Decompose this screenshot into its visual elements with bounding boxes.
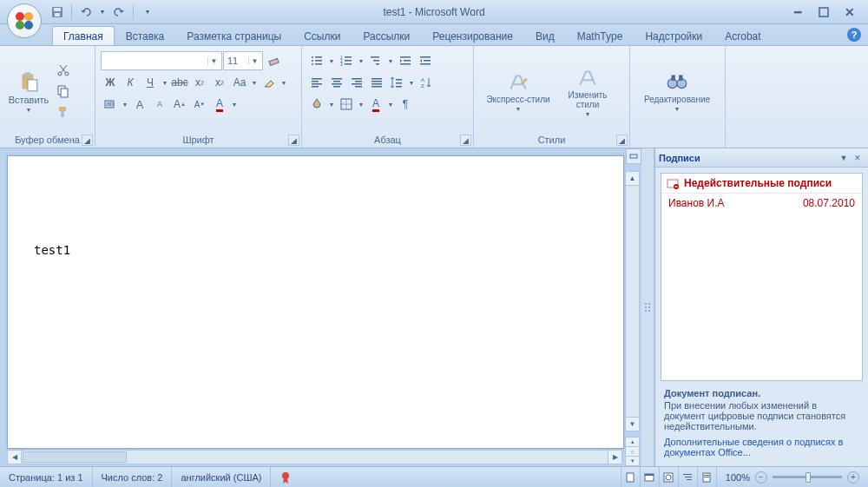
paste-button[interactable]: Вставить ▼ <box>5 49 52 133</box>
draft-view[interactable] <box>697 467 716 487</box>
text-effects-button[interactable]: ab <box>101 95 120 114</box>
italic-button[interactable]: К <box>121 73 140 92</box>
subscript-button[interactable]: x2 <box>190 73 209 92</box>
office-button[interactable] <box>7 3 42 38</box>
print-layout-view[interactable] <box>621 467 640 487</box>
tab-acrobat[interactable]: Acrobat <box>713 26 772 45</box>
shrink-size-button[interactable]: A▼ <box>190 95 209 114</box>
change-case-button[interactable]: Aa <box>230 73 249 92</box>
pane-resize-grip[interactable] <box>641 148 654 466</box>
minimize-button[interactable]: ━ <box>790 4 806 20</box>
scroll-left-button[interactable]: ◀ <box>8 451 22 464</box>
bullets-dropdown[interactable]: ▼ <box>327 51 336 70</box>
styles-launcher[interactable]: ◢ <box>616 135 628 146</box>
ruler-toggle[interactable] <box>626 148 641 164</box>
undo-dropdown[interactable]: ▼ <box>98 3 107 21</box>
tab-view[interactable]: Вид <box>524 26 566 45</box>
zoom-level[interactable]: 100% <box>726 472 750 483</box>
scroll-right-button[interactable]: ▶ <box>608 451 621 464</box>
superscript-button[interactable]: x2 <box>210 73 229 92</box>
quick-styles-button[interactable]: Экспресс-стили ▼ <box>479 49 557 133</box>
scroll-thumb[interactable] <box>23 451 127 463</box>
increase-indent-button[interactable] <box>416 51 435 70</box>
clear-formatting-button[interactable] <box>264 51 283 70</box>
align-left-button[interactable] <box>307 73 326 92</box>
status-page[interactable]: Страница: 1 из 1 <box>0 467 93 487</box>
scroll-up-button[interactable]: ▲ <box>626 172 639 186</box>
font-size-combo[interactable]: ▼ <box>223 51 263 70</box>
font-name-combo[interactable]: ▼ <box>101 51 222 70</box>
outline-view[interactable] <box>678 467 697 487</box>
signatures-more-link[interactable]: Дополнительные сведения о подписях в док… <box>664 437 859 457</box>
tab-mailings[interactable]: Рассылки <box>352 26 421 45</box>
font-size-input[interactable] <box>224 56 248 66</box>
grow-size-button[interactable]: A▲ <box>170 95 189 114</box>
underline-dropdown[interactable]: ▼ <box>161 73 169 92</box>
zoom-in-button[interactable]: + <box>847 471 859 484</box>
highlight-button[interactable] <box>260 73 279 92</box>
status-word-count[interactable]: Число слов: 2 <box>93 467 173 487</box>
align-center-button[interactable] <box>327 73 346 92</box>
document-text[interactable]: test1 <box>8 156 623 344</box>
text-effects-dropdown[interactable]: ▼ <box>121 95 129 114</box>
sort-button[interactable]: AZ <box>417 73 436 92</box>
zoom-out-button[interactable]: − <box>755 471 767 484</box>
pane-close-button[interactable]: ✕ <box>851 151 865 165</box>
editing-button[interactable]: Редактирование ▼ <box>635 49 719 133</box>
save-button[interactable] <box>49 3 66 21</box>
align-justify-button[interactable] <box>367 73 386 92</box>
zoom-slider-thumb[interactable] <box>806 472 811 483</box>
decrease-indent-button[interactable] <box>396 51 415 70</box>
font-color-button[interactable]: A <box>210 95 229 114</box>
scroll-down-button[interactable]: ▼ <box>626 417 639 431</box>
undo-button[interactable] <box>77 3 95 21</box>
full-screen-view[interactable] <box>640 467 659 487</box>
font-name-input[interactable] <box>102 56 207 66</box>
qat-customize-button[interactable]: ▾ <box>139 3 156 21</box>
multilevel-dropdown[interactable]: ▼ <box>386 51 395 70</box>
borders-button[interactable] <box>337 95 356 114</box>
tab-addins[interactable]: Надстройки <box>634 26 713 45</box>
chevron-down-icon[interactable]: ▼ <box>207 57 220 65</box>
status-signature[interactable] <box>271 467 300 487</box>
document-page[interactable]: test1 <box>7 155 624 449</box>
pane-menu-button[interactable]: ▼ <box>837 151 851 165</box>
tab-references[interactable]: Ссылки <box>293 26 352 45</box>
change-styles-button[interactable]: Изменить стили ▼ <box>559 49 616 133</box>
zoom-slider[interactable] <box>773 476 842 478</box>
multilevel-list-button[interactable] <box>366 51 385 70</box>
clipboard-launcher[interactable]: ◢ <box>82 135 93 146</box>
tab-page-layout[interactable]: Разметка страницы <box>175 26 293 45</box>
font-color-dropdown[interactable]: ▼ <box>230 95 239 114</box>
shading-dropdown[interactable]: ▼ <box>327 95 336 114</box>
bold-button[interactable]: Ж <box>101 73 120 92</box>
tab-home[interactable]: Главная <box>52 26 115 45</box>
align-right-button[interactable] <box>347 73 366 92</box>
chevron-down-icon[interactable]: ▼ <box>248 57 260 65</box>
font-color-para-dropdown[interactable]: ▼ <box>386 95 395 114</box>
status-language[interactable]: английский (США) <box>172 467 271 487</box>
font-launcher[interactable]: ◢ <box>288 135 299 146</box>
redo-button[interactable] <box>110 3 128 21</box>
horizontal-scrollbar[interactable]: ◀ ▶ <box>7 450 622 464</box>
show-marks-button[interactable]: ¶ <box>396 95 415 114</box>
numbering-dropdown[interactable]: ▼ <box>357 51 365 70</box>
line-spacing-button[interactable] <box>387 73 406 92</box>
change-case-dropdown[interactable]: ▼ <box>250 73 259 92</box>
close-button[interactable]: ✕ <box>842 4 858 20</box>
paragraph-launcher[interactable]: ◢ <box>460 135 471 146</box>
cut-button[interactable] <box>54 61 73 80</box>
signature-item[interactable]: Иванов И.А 08.07.2010 <box>661 194 862 213</box>
web-layout-view[interactable] <box>659 467 678 487</box>
copy-button[interactable] <box>54 82 73 101</box>
next-page-button[interactable]: ▾ <box>625 456 640 466</box>
vertical-scrollbar[interactable]: ▲ ▼ <box>625 171 640 431</box>
underline-button[interactable]: Ч <box>141 73 160 92</box>
numbering-button[interactable]: 123 <box>337 51 356 70</box>
tab-review[interactable]: Рецензирование <box>421 26 524 45</box>
font-color-para-button[interactable]: A <box>366 95 385 114</box>
help-button[interactable]: ? <box>847 28 861 42</box>
line-spacing-dropdown[interactable]: ▼ <box>407 73 416 92</box>
tab-insert[interactable]: Вставка <box>115 26 176 45</box>
bullets-button[interactable] <box>307 51 326 70</box>
